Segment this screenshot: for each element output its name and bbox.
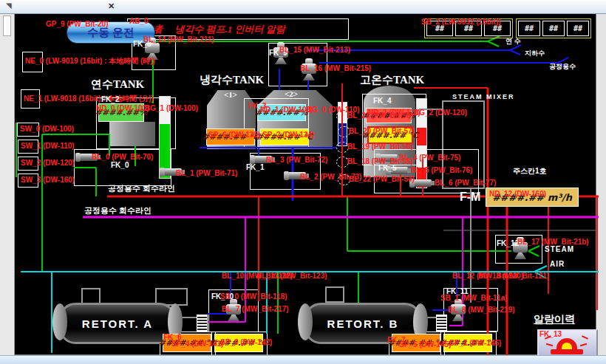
bottom-strip [0, 355, 606, 364]
steam-mixer-label: STEAM MIXER [452, 93, 515, 100]
sw0-tag: SW_0 (DW-100) [20, 125, 74, 133]
cool-temp2-tag: SP_2 (DW-134) [262, 131, 314, 139]
fk5-tag: FK_5 [378, 164, 396, 172]
ne0-tag: NE_0 (LW-9019 (16bit) : 本地時間 (時)) [25, 56, 155, 66]
fk12-tag: FK_12 [497, 239, 519, 247]
bl8-tag: BL_8 (MW_Bit-219) [448, 306, 515, 314]
recovery-line1-label: 공정용수 회수라인 [108, 183, 175, 194]
retort-b-name: RETORT. B [327, 317, 399, 330]
steam-label: STEAM [545, 245, 574, 253]
heat-exchanger-b-icon [436, 315, 447, 332]
bl1-tag: BL_1 (PW_Bit-71) [176, 169, 237, 177]
siren-icon [551, 349, 583, 354]
cool-tank-nd-tag: ND_1 (DW-100) [260, 106, 313, 114]
retort-b-sp5-tag: SP_5 (DW-145) [399, 340, 451, 348]
retort-a-name: RETORT. A [82, 317, 153, 330]
bl2-tag: BL_2 (PW_Bit-73) [300, 173, 361, 181]
fk0-tag: FK_0 [111, 161, 129, 169]
alarm-history-label: 알람이력 [534, 313, 575, 326]
cool-tank-2-label: <2> [285, 89, 298, 98]
sw3-tag: SW_3 (DW-160) [21, 176, 75, 184]
bl17-tag: BL_17 (MW_Bit-21b) [517, 238, 589, 246]
bl3-tag: BL_3 (PW_Bit-72) [266, 156, 327, 164]
bl14-tag: BL_14 (MW_Bit-211) [143, 35, 214, 44]
bl13-tag: BL_13 (MW_Bit-121) [478, 272, 549, 280]
bl6-tag: BL_6 (PW_Bit-77) [435, 179, 496, 187]
hot-tank-name: 고온수TANK [360, 73, 424, 87]
burner-tag-19: BL_19 (PW_Bit-56) [347, 142, 413, 151]
supply-label-ground-water: 지하수 [525, 49, 545, 58]
hot-tank-fk-tag: FK_4 [373, 97, 391, 105]
soft-tank-nd-tag: ND_0 (DW-100) [96, 104, 149, 112]
burner-tag-21: BL_21 (PW_Bit-58) [347, 111, 413, 120]
soft-tank-name: 연수TANK [91, 78, 144, 92]
flow-meter-tag: ND_12 (DW-160) [489, 190, 546, 198]
heat-exchanger-a-icon [197, 315, 208, 332]
left-dock-strip [0, 13, 15, 355]
cool-tank-name: 냉각수TANK [200, 73, 264, 87]
dock-arrow-icon[interactable]: ◥ [6, 1, 12, 10]
retort-b-sp1-tag: SP_1 (DW-146) [449, 339, 501, 347]
bl16-tag: BL_16 (MW_Bit-215) [300, 64, 371, 72]
manual-run-tag: GP_9 (PW_Bit-20) [46, 20, 108, 28]
hmi-screen: ◥ 10 - 视窗_10 ✕ [0, 0, 606, 364]
bl5-tag: BL_5 (PW_Bit-76) [411, 166, 472, 174]
flow-meter-label: F-M [460, 190, 480, 204]
bl11-tag: BL_11 (MW_Bit-123) [256, 272, 327, 280]
bl15-tag: BL_15 (MW_Bit-213) [279, 46, 350, 54]
sw1-tag: SW_1 (DW-110) [21, 142, 75, 150]
juice-line-label: 주스칸1호 [513, 166, 547, 176]
sb0-tag: SB_0 (MW_Bit-118) [220, 292, 287, 301]
cool-tank-1-label: <1> [224, 90, 237, 99]
tab-close-icon[interactable]: ✕ [108, 1, 115, 11]
air-label: AIR [550, 260, 565, 268]
soft-tank-fk-tag: FK_2 [101, 95, 119, 103]
burner-tag-20: BL_20 (PW_Bit-57) [349, 127, 415, 135]
fk13-tag: FK_13 [539, 330, 562, 338]
cool-temp1-tag: SP_6 (DW-135) [208, 131, 260, 139]
hot-tank-bg-tag: BG_2 (DW-120) [414, 109, 467, 117]
time-display: ## ## ## [516, 18, 591, 38]
bl0-tag: BL_0 (PW_Bit-70) [92, 153, 153, 161]
recovery-line2-label: 공정용수 회수라인 [84, 205, 152, 216]
bl7-tag: BL_7 (MW_Bit-217) [222, 305, 289, 313]
clock-tag: SB_2 (LW-9032 (16bit)) [421, 18, 501, 26]
retort-a-sp0-tag: SP_0 (DW-142) [220, 338, 272, 346]
fk1-tag: FK_1 [246, 163, 264, 171]
pump-bl6-icon[interactable] [414, 179, 432, 187]
alarm-ticker-tag: AB_0 [129, 17, 149, 25]
time-cell: ## [567, 21, 589, 36]
sb1-tag: SB_1 (MW_Bit-11a) [440, 294, 508, 302]
bl4-tag: BL_4 (PW_Bit-75) [399, 154, 460, 162]
time-cell: ## [542, 21, 565, 36]
ne1-tag: NE_1 (LW-9018 (16bit) : 本地時間 (分)) [24, 94, 154, 104]
retort-a-sp4-tag: SP_4 (DW-141) [171, 340, 223, 348]
tab-bar: ◥ [0, 0, 606, 14]
sw2-tag: SW_2 (DW-120) [21, 159, 75, 167]
time-cell: ## [518, 21, 540, 36]
dock-grip[interactable] [3, 16, 11, 36]
soft-tank-bg-tag: BG_1 (DW-100) [145, 104, 198, 112]
supply-label-raw-water: 연 수 [505, 37, 521, 47]
supply-label-process-water: 공정용수 [549, 62, 576, 72]
